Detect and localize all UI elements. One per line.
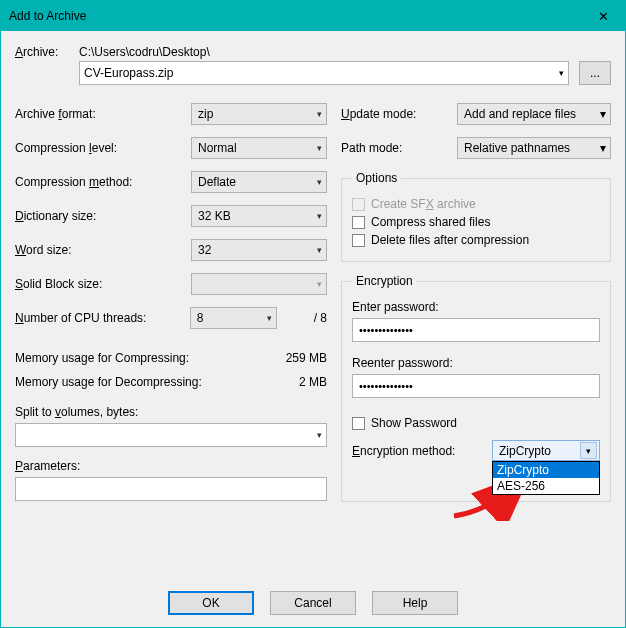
chevron-down-icon: ▾ xyxy=(317,143,322,153)
split-volumes-label: Split to volumes, bytes: xyxy=(15,405,327,419)
compression-method-select[interactable]: Deflate ▾ xyxy=(191,171,327,193)
cpu-threads-total: / 8 xyxy=(287,311,327,325)
cpu-threads-label: Number of CPU threads: xyxy=(15,311,190,325)
encryption-group: Encryption Enter password: Reenter passw… xyxy=(341,274,611,502)
chevron-down-icon: ▾ xyxy=(317,430,322,440)
show-password-checkbox[interactable] xyxy=(352,417,365,430)
reenter-password-input[interactable] xyxy=(352,374,600,398)
show-password-label: Show Password xyxy=(371,416,457,430)
titlebar[interactable]: Add to Archive ✕ xyxy=(1,1,625,31)
encryption-method-value: ZipCrypto xyxy=(499,444,551,458)
chevron-down-icon: ▾ xyxy=(559,68,564,78)
right-column: Update mode: Add and replace files ▾ Pat… xyxy=(341,103,611,514)
compression-method-value: Deflate xyxy=(198,175,236,189)
archive-format-value: zip xyxy=(198,107,213,121)
split-volumes-input[interactable]: ▾ xyxy=(15,423,327,447)
dictionary-size-value: 32 KB xyxy=(198,209,231,223)
window-title: Add to Archive xyxy=(9,9,86,23)
update-mode-label: Update mode: xyxy=(341,107,457,121)
mem-decompress-label: Memory usage for Decompressing: xyxy=(15,375,202,389)
parameters-label: Parameters: xyxy=(15,459,327,473)
delete-after-label: Delete files after compression xyxy=(371,233,529,247)
encryption-method-select[interactable]: ZipCrypto ▾ ZipCrypto AES-256 xyxy=(492,440,600,461)
encryption-method-dropdown: ZipCrypto AES-256 xyxy=(492,461,600,495)
cpu-threads-select[interactable]: 8 ▾ xyxy=(190,307,277,329)
encryption-method-label: Encryption method: xyxy=(352,444,492,458)
chevron-down-icon: ▾ xyxy=(317,211,322,221)
browse-button[interactable]: ... xyxy=(579,61,611,85)
compress-shared-checkbox[interactable] xyxy=(352,216,365,229)
path-mode-label: Path mode: xyxy=(341,141,457,155)
ok-button[interactable]: OK xyxy=(168,591,254,615)
path-mode-select[interactable]: Relative pathnames ▾ xyxy=(457,137,611,159)
client-area: Archive: C:\Users\codru\Desktop\ CV-Euro… xyxy=(1,31,625,627)
compression-level-label: Compression level: xyxy=(15,141,191,155)
update-mode-select[interactable]: Add and replace files ▾ xyxy=(457,103,611,125)
dictionary-size-label: Dictionary size: xyxy=(15,209,191,223)
update-mode-value: Add and replace files xyxy=(464,107,576,121)
chevron-down-icon: ▾ xyxy=(267,313,272,323)
button-bar: OK Cancel Help xyxy=(1,591,625,615)
archive-format-select[interactable]: zip ▾ xyxy=(191,103,327,125)
chevron-down-icon: ▾ xyxy=(317,109,322,119)
compression-level-select[interactable]: Normal ▾ xyxy=(191,137,327,159)
reenter-password-label: Reenter password: xyxy=(352,356,600,370)
encryption-option-aes256[interactable]: AES-256 xyxy=(493,478,599,494)
cpu-threads-value: 8 xyxy=(197,311,204,325)
chevron-down-icon: ▾ xyxy=(600,107,606,121)
close-button[interactable]: ✕ xyxy=(581,1,625,31)
mem-decompress-value: 2 MB xyxy=(299,375,327,389)
word-size-label: Word size: xyxy=(15,243,191,257)
compress-shared-label: Compress shared files xyxy=(371,215,490,229)
enter-password-input[interactable] xyxy=(352,318,600,342)
path-mode-value: Relative pathnames xyxy=(464,141,570,155)
options-group: Options Create SFX archive Compress shar… xyxy=(341,171,611,262)
enter-password-label: Enter password: xyxy=(352,300,600,314)
encryption-option-zipcrypto[interactable]: ZipCrypto xyxy=(493,462,599,478)
help-button[interactable]: Help xyxy=(372,591,458,615)
chevron-down-icon: ▾ xyxy=(317,279,322,289)
archive-label: Archive: xyxy=(15,45,65,59)
archive-format-label: Archive format: xyxy=(15,107,191,121)
encryption-legend: Encryption xyxy=(352,274,417,288)
mem-compress-label: Memory usage for Compressing: xyxy=(15,351,189,365)
archive-filename-value: CV-Europass.zip xyxy=(84,66,173,80)
chevron-down-icon: ▾ xyxy=(600,141,606,155)
archive-folder-path: C:\Users\codru\Desktop\ xyxy=(79,45,611,59)
solid-block-label: Solid Block size: xyxy=(15,277,191,291)
sfx-label: Create SFX archive xyxy=(371,197,476,211)
archive-filename-input[interactable]: CV-Europass.zip ▾ xyxy=(79,61,569,85)
chevron-down-icon: ▾ xyxy=(580,442,597,459)
sfx-checkbox xyxy=(352,198,365,211)
compression-level-value: Normal xyxy=(198,141,237,155)
left-column: Archive format: zip ▾ Compression level:… xyxy=(15,103,327,514)
chevron-down-icon: ▾ xyxy=(317,245,322,255)
chevron-down-icon: ▾ xyxy=(317,177,322,187)
options-legend: Options xyxy=(352,171,401,185)
solid-block-select: ▾ xyxy=(191,273,327,295)
compression-method-label: Compression method: xyxy=(15,175,191,189)
cancel-button[interactable]: Cancel xyxy=(270,591,356,615)
dictionary-size-select[interactable]: 32 KB ▾ xyxy=(191,205,327,227)
parameters-input[interactable] xyxy=(15,477,327,501)
mem-compress-value: 259 MB xyxy=(286,351,327,365)
dialog-window: Add to Archive ✕ Archive: C:\Users\codru… xyxy=(0,0,626,628)
word-size-value: 32 xyxy=(198,243,211,257)
word-size-select[interactable]: 32 ▾ xyxy=(191,239,327,261)
delete-after-checkbox[interactable] xyxy=(352,234,365,247)
